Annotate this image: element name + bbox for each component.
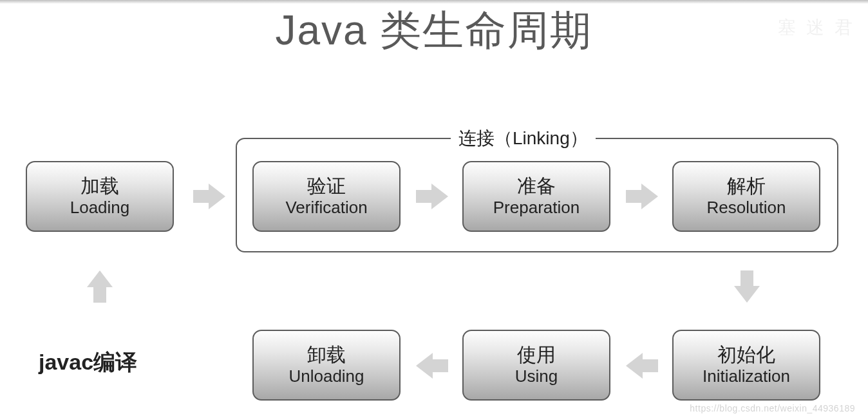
watermark-top: 塞 迷 君 — [778, 15, 855, 40]
node-verification-cn: 验证 — [307, 175, 346, 198]
arrow-left-icon — [626, 353, 658, 379]
node-using: 使用 Using — [462, 330, 610, 401]
linking-group-label: 连接（Linking） — [451, 126, 596, 151]
diagram-title: Java 类生命周期 — [0, 3, 868, 59]
node-preparation-en: Preparation — [493, 198, 580, 218]
node-unloading-en: Unloading — [288, 367, 364, 386]
node-initialization: 初始化 Initialization — [672, 330, 820, 401]
node-verification: 验证 Verification — [252, 161, 401, 232]
node-initialization-cn: 初始化 — [717, 344, 775, 366]
watermark-bottom: https://blog.csdn.net/weixin_44936189 — [690, 403, 855, 413]
node-loading: 加载 Loading — [26, 161, 174, 232]
node-resolution-en: Resolution — [707, 198, 786, 218]
arrow-right-icon — [416, 184, 448, 209]
arrow-left-icon — [416, 353, 448, 379]
arrow-up-icon — [87, 270, 113, 303]
node-loading-en: Loading — [70, 198, 130, 218]
node-preparation-cn: 准备 — [517, 175, 556, 198]
node-unloading: 卸载 Unloading — [252, 330, 401, 401]
arrow-down-icon — [734, 270, 760, 303]
node-initialization-en: Initialization — [703, 367, 790, 386]
node-using-en: Using — [515, 367, 558, 386]
arrow-right-icon — [626, 184, 658, 209]
node-using-cn: 使用 — [517, 344, 556, 366]
node-loading-cn: 加载 — [80, 175, 119, 198]
node-resolution: 解析 Resolution — [672, 161, 820, 232]
node-resolution-cn: 解析 — [727, 175, 766, 198]
node-verification-en: Verification — [285, 198, 367, 218]
arrow-right-icon — [193, 184, 225, 209]
node-unloading-cn: 卸载 — [307, 344, 346, 366]
javac-label: javac编译 — [39, 348, 137, 377]
node-preparation: 准备 Preparation — [462, 161, 610, 232]
